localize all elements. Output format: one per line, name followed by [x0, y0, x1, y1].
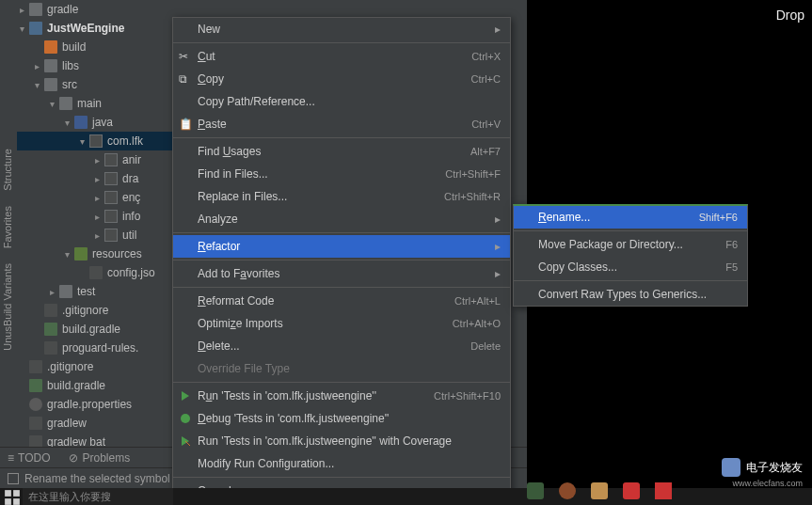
menu-refactor[interactable]: Refactor▸: [173, 235, 510, 258]
tree-proguard[interactable]: proguard-rules.: [62, 341, 138, 355]
tree-buildg1[interactable]: build.gradle: [62, 323, 120, 336]
tray-icon[interactable]: [591, 482, 608, 499]
tree-anim[interactable]: anir: [122, 153, 141, 166]
tray-icons: [527, 477, 672, 505]
tree-gradlew[interactable]: gradlew: [47, 417, 87, 430]
tree-utils[interactable]: util: [122, 229, 136, 242]
menu-reformat[interactable]: Reformat CodeCtrl+Alt+L: [173, 290, 510, 312]
paste-icon: 📋: [179, 118, 192, 131]
tree-resources[interactable]: resources: [92, 247, 142, 260]
tree-java[interactable]: java: [92, 116, 113, 129]
tree-gradleprops[interactable]: gradle.properties: [47, 398, 132, 411]
menu-modify-run[interactable]: Modify Run Configuration...: [173, 452, 510, 475]
status-checkbox[interactable]: [8, 473, 19, 484]
status-text: Rename the selected symbol: [24, 472, 170, 485]
run-icon: [179, 389, 192, 402]
menu-new[interactable]: New▸: [173, 18, 510, 40]
tray-icon[interactable]: [655, 482, 672, 499]
tree-drawable[interactable]: dra: [122, 172, 138, 185]
svg-rect-2: [13, 490, 20, 497]
menu-find-files[interactable]: Find in Files...Ctrl+Shift+F: [173, 163, 510, 185]
menu-coverage-tests[interactable]: Run 'Tests in 'com.lfk.justweengine'' wi…: [173, 430, 510, 452]
cut-icon: ✂: [179, 50, 192, 63]
tree-config[interactable]: config.jso: [107, 266, 155, 279]
submenu-rename[interactable]: Rename...Shift+F6: [514, 206, 747, 229]
svg-rect-3: [5, 498, 11, 505]
watermark-url: www.elecfans.com: [732, 479, 803, 488]
tree-gradle[interactable]: gradle: [47, 3, 78, 16]
drop-text: Drop: [776, 8, 804, 23]
refactor-submenu: Rename...Shift+F6 Move Package or Direct…: [513, 204, 748, 307]
copy-icon: ⧉: [179, 72, 192, 86]
tray-icon[interactable]: [527, 482, 544, 499]
tree-libs[interactable]: libs: [62, 59, 79, 72]
tree-build[interactable]: build: [62, 40, 86, 54]
menu-copy[interactable]: ⧉CopyCtrl+C: [173, 68, 510, 90]
menu-paste[interactable]: 📋PasteCtrl+V: [173, 113, 510, 135]
tree-package[interactable]: com.lfk: [107, 134, 143, 148]
tab-structure[interactable]: Structure: [0, 141, 15, 198]
tree-src[interactable]: src: [62, 78, 77, 91]
side-tabs: Structure Favorites UnusBuild Variants: [0, 141, 17, 358]
svg-rect-4: [13, 498, 20, 505]
menu-replace-files[interactable]: Replace in Files...Ctrl+Shift+R: [173, 185, 510, 208]
menu-copy-path[interactable]: Copy Path/Reference...: [173, 90, 510, 113]
menu-run-tests[interactable]: Run 'Tests in 'com.lfk.justweengine''Ctr…: [173, 385, 510, 407]
tree-project[interactable]: JustWeEngine: [47, 22, 124, 35]
submenu-convert[interactable]: Convert Raw Types to Generics...: [514, 283, 747, 306]
project-tree[interactable]: gradle JustWeEngine build libs src main …: [17, 0, 186, 442]
tree-test[interactable]: test: [77, 285, 95, 298]
tree-info[interactable]: info: [122, 210, 140, 223]
tree-engine[interactable]: enç: [122, 191, 140, 204]
watermark: 电子发烧友: [722, 458, 803, 477]
menu-find-usages[interactable]: Find UsagesAlt+F7: [173, 140, 510, 163]
menu-debug-tests[interactable]: Debug 'Tests in 'com.lfk.justweengine'': [173, 407, 510, 430]
menu-cut[interactable]: ✂CutCtrl+X: [173, 45, 510, 68]
taskbar: 在这里输入你要搜: [0, 488, 812, 505]
coverage-icon: [179, 434, 192, 448]
windows-start-icon[interactable]: [4, 489, 21, 504]
tray-icon[interactable]: [623, 482, 640, 499]
watermark-icon: [722, 458, 740, 477]
bottom-todo[interactable]: ≡TODO: [8, 451, 50, 465]
menu-analyze[interactable]: Analyze▸: [173, 208, 510, 230]
menu-add-favorites[interactable]: Add to Favorites▸: [173, 262, 510, 285]
tree-gitignore1[interactable]: .gitignore: [62, 304, 108, 317]
svg-rect-1: [5, 490, 11, 497]
tab-favorites[interactable]: Favorites: [0, 198, 15, 256]
tree-buildg2[interactable]: build.gradle: [47, 379, 105, 392]
menu-delete[interactable]: Delete...Delete: [173, 335, 510, 357]
tab-variants[interactable]: UnusBuild Variants: [0, 256, 15, 358]
debug-icon: [179, 412, 192, 425]
tree-gitignore2[interactable]: .gitignore: [47, 360, 93, 373]
submenu-copy-classes[interactable]: Copy Classes...F5: [514, 256, 747, 278]
submenu-move[interactable]: Move Package or Directory...F6: [514, 233, 747, 256]
tree-main[interactable]: main: [77, 97, 102, 110]
menu-optimize[interactable]: Optimize ImportsCtrl+Alt+O: [173, 312, 510, 335]
taskbar-search[interactable]: 在这里输入你要搜: [23, 488, 173, 505]
menu-override: Override File Type: [173, 357, 510, 380]
bottom-problems[interactable]: ⊘Problems: [69, 451, 130, 465]
context-menu: New▸ ✂CutCtrl+X ⧉CopyCtrl+C Copy Path/Re…: [172, 17, 511, 505]
tray-icon[interactable]: [559, 482, 576, 499]
svg-point-0: [181, 414, 190, 423]
